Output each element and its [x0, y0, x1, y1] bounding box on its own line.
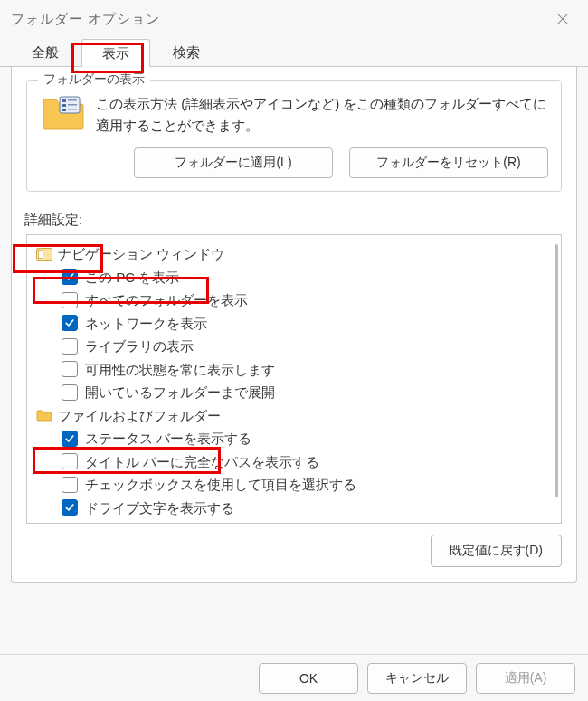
tab-general[interactable]: 全般 — [11, 38, 80, 66]
tree-item[interactable]: ステータス バーを表示する — [62, 427, 552, 450]
checkbox[interactable] — [62, 477, 78, 493]
tree-item[interactable]: チェックボックスを使用して項目を選択する — [62, 473, 552, 497]
group-folder-view-label: フォルダーの表示 — [38, 71, 150, 88]
tree-item-label: 可用性の状態を常に表示します — [85, 358, 275, 382]
checkbox[interactable] — [62, 315, 78, 331]
folder-view-description: この表示方法 (詳細表示やアイコンなど) をこの種類のフォルダーすべてに適用する… — [96, 93, 548, 137]
group-folder-view: フォルダーの表示 この表示方法 (詳細表示やアイコンなど) を — [26, 80, 562, 192]
advanced-settings-label: 詳細設定: — [24, 212, 562, 229]
tree-item-label: チェックボックスを使用して項目を選択する — [85, 473, 356, 497]
tree-group-header[interactable]: ファイルおよびフォルダー — [36, 404, 552, 428]
svg-rect-8 — [68, 109, 77, 110]
ok-button[interactable]: OK — [259, 663, 358, 694]
advanced-settings-tree[interactable]: ナビゲーション ウィンドウこの PC を表示すべてのフォルダーを表示ネットワーク… — [26, 234, 562, 524]
svg-rect-10 — [39, 250, 43, 258]
checkbox[interactable] — [62, 338, 78, 355]
tree-group-label: ナビゲーション ウィンドウ — [58, 242, 224, 266]
tree-item-label: ステータス バーを表示する — [85, 427, 251, 450]
tree-item[interactable]: ライブラリの表示 — [62, 335, 552, 358]
nav-pane-icon — [36, 247, 52, 261]
tree-group-navigation-pane: ナビゲーション ウィンドウこの PC を表示すべてのフォルダーを表示ネットワーク… — [36, 242, 552, 404]
svg-rect-5 — [62, 104, 66, 107]
svg-rect-6 — [68, 104, 77, 106]
tree-item-label: ネットワークを表示 — [85, 312, 207, 336]
checkbox[interactable] — [62, 499, 78, 516]
tree-item[interactable]: 可用性の状態を常に表示します — [62, 358, 552, 382]
close-icon — [556, 13, 569, 25]
tree-item-label: タイトル バーに完全なパスを表示する — [85, 450, 319, 474]
tab-search[interactable]: 検索 — [152, 38, 221, 66]
tab-strip: 全般 表示 検索 — [0, 38, 588, 67]
restore-defaults-button[interactable]: 既定値に戻す(D) — [431, 535, 562, 567]
checkbox[interactable] — [62, 361, 78, 377]
tree-item-label: すべてのフォルダーを表示 — [85, 289, 248, 312]
close-button[interactable] — [543, 5, 583, 33]
tree-item-label: この PC を表示 — [85, 266, 179, 289]
folder-options-icon — [40, 93, 87, 134]
tree-item-label: ライブラリの表示 — [85, 335, 194, 358]
checkbox[interactable] — [62, 431, 78, 447]
tree-item-label: ドライブ文字を表示する — [85, 497, 234, 520]
folder-icon — [36, 408, 52, 422]
tree-item[interactable]: ドライブ文字を表示する — [62, 497, 552, 520]
apply-to-folders-button[interactable]: フォルダーに適用(L) — [134, 147, 333, 178]
checkbox[interactable] — [62, 269, 78, 285]
checkbox[interactable] — [62, 384, 78, 401]
tree-item[interactable]: タイトル バーに完全なパスを表示する — [62, 450, 552, 474]
titlebar: フォルダー オプション — [0, 0, 588, 38]
reset-folders-button[interactable]: フォルダーをリセット(R) — [349, 147, 548, 178]
tree-scrollbar[interactable] — [555, 244, 558, 497]
tree-item[interactable]: 開いているフォルダーまで展開 — [62, 381, 552, 404]
cancel-button[interactable]: キャンセル — [367, 663, 467, 694]
svg-rect-7 — [62, 109, 66, 111]
tab-view[interactable]: 表示 — [81, 39, 150, 67]
tree-group-files-and-folders: ファイルおよびフォルダーステータス バーを表示するタイトル バーに完全なパスを表… — [36, 404, 552, 520]
tree-item[interactable]: ネットワークを表示 — [62, 312, 552, 336]
tree-item-label: 開いているフォルダーまで展開 — [85, 381, 275, 404]
tree-item[interactable]: この PC を表示 — [62, 266, 552, 289]
dialog-footer: OK キャンセル 適用(A) — [0, 654, 588, 701]
checkbox[interactable] — [62, 453, 78, 469]
tab-body-view: フォルダーの表示 この表示方法 (詳細表示やアイコンなど) を — [11, 67, 577, 583]
tree-group-label: ファイルおよびフォルダー — [58, 404, 221, 428]
window-title: フォルダー オプション — [11, 11, 160, 28]
apply-button[interactable]: 適用(A) — [476, 663, 575, 694]
tree-item[interactable]: すべてのフォルダーを表示 — [62, 289, 552, 312]
svg-rect-4 — [68, 99, 77, 101]
svg-rect-3 — [62, 99, 66, 102]
tree-group-header[interactable]: ナビゲーション ウィンドウ — [36, 242, 552, 266]
checkbox[interactable] — [62, 292, 78, 308]
